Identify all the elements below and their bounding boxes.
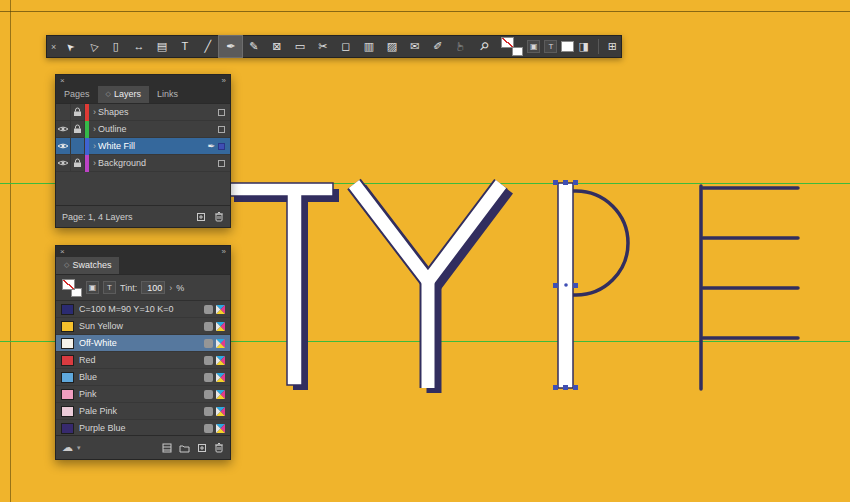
swatch-color-chip xyxy=(61,304,74,315)
collapse-panel-icon[interactable]: » xyxy=(222,76,226,85)
apply-color-button[interactable] xyxy=(561,41,574,52)
visibility-toggle[interactable] xyxy=(56,121,71,138)
tab-layers[interactable]: ◇ Layers xyxy=(98,86,149,103)
target-square-selected[interactable] xyxy=(218,143,225,150)
tab-swatches[interactable]: ◇ Swatches xyxy=(56,257,119,274)
stroke-swatch[interactable] xyxy=(512,47,523,56)
layer-row-background[interactable]: › Background xyxy=(56,155,230,172)
fill-stroke-proxy[interactable] xyxy=(62,279,82,297)
layer-row-shapes[interactable]: › Shapes xyxy=(56,104,230,121)
tool-glyph: ✉ xyxy=(410,41,419,52)
letter-T[interactable] xyxy=(228,183,339,390)
swatch-row[interactable]: Red xyxy=(56,352,230,369)
screen-mode-button[interactable]: ◨ xyxy=(578,40,588,53)
eyedropper-tool[interactable]: ✐ xyxy=(426,36,449,57)
swatch-name: Purple Blue xyxy=(79,423,201,433)
swatch-shared-icon xyxy=(204,424,213,433)
expander-icon[interactable]: › xyxy=(93,107,96,117)
swatch-views-icon[interactable] xyxy=(162,443,172,453)
tool-glyph: ╱ xyxy=(205,41,212,52)
visibility-toggle[interactable] xyxy=(56,155,71,172)
target-square[interactable] xyxy=(218,160,225,167)
target-square[interactable] xyxy=(218,109,225,116)
swatch-name: Pale Pink xyxy=(79,406,201,416)
swatch-name: Off-White xyxy=(79,338,201,348)
expander-icon[interactable]: › xyxy=(93,124,96,134)
letter-E[interactable] xyxy=(701,186,798,389)
swatch-row[interactable]: Pink xyxy=(56,386,230,403)
tint-input[interactable]: 100 xyxy=(141,281,165,294)
trash-icon[interactable] xyxy=(214,211,224,222)
panel-end-button[interactable]: ⊞ xyxy=(608,40,617,53)
tool-glyph: ☞ xyxy=(455,42,466,52)
swatch-color-chip xyxy=(61,406,74,417)
tool-glyph: ⊠ xyxy=(272,41,281,52)
direct-selection-tool[interactable]: ▷ xyxy=(81,36,104,57)
layer-color-bar xyxy=(85,138,89,155)
new-color-group-icon[interactable] xyxy=(179,443,190,453)
lock-icon[interactable] xyxy=(71,104,85,121)
collapse-panel-icon[interactable]: » xyxy=(222,247,226,256)
tab-pages[interactable]: Pages xyxy=(56,86,98,103)
swatch-row[interactable]: Purple Blue xyxy=(56,420,230,435)
pen-tool[interactable]: ✒ xyxy=(219,36,242,57)
gap-tool[interactable]: ↔ xyxy=(127,36,150,57)
close-icon[interactable]: × xyxy=(60,76,65,85)
close-icon[interactable]: × xyxy=(60,247,65,256)
swatch-row[interactable]: Off-White xyxy=(56,335,230,352)
visibility-toggle[interactable] xyxy=(56,104,71,121)
cc-libraries-icon[interactable]: ☁ xyxy=(62,441,73,454)
panel-title-strip: × » xyxy=(56,246,230,257)
expander-icon[interactable]: › xyxy=(93,141,96,151)
letter-P[interactable] xyxy=(553,180,628,390)
lock-icon[interactable] xyxy=(71,121,85,138)
formatting-affects-container-button[interactable]: ▣ xyxy=(527,40,540,53)
trash-icon[interactable] xyxy=(214,442,224,453)
content-collector-tool[interactable]: ▤ xyxy=(150,36,173,57)
swatch-shared-icon xyxy=(204,390,213,399)
rectangle-frame-tool[interactable]: ⊠ xyxy=(265,36,288,57)
swatch-color-chip xyxy=(61,423,74,434)
lock-toggle-empty[interactable] xyxy=(71,138,85,155)
pencil-tool[interactable]: ✎ xyxy=(242,36,265,57)
swatches-footer: ☁ ▾ xyxy=(56,435,230,459)
selection-tool[interactable]: ➤ xyxy=(58,36,81,57)
new-swatch-icon[interactable] xyxy=(197,443,207,453)
page-tool[interactable]: ▯ xyxy=(104,36,127,57)
swatch-row[interactable]: Sun Yellow xyxy=(56,318,230,335)
swatch-color-chip xyxy=(61,372,74,383)
gradient-feather-tool[interactable]: ▨ xyxy=(380,36,403,57)
cmyk-icon xyxy=(216,305,225,314)
expander-icon[interactable]: › xyxy=(93,158,96,168)
swatch-name: Red xyxy=(79,355,201,365)
layer-row-outline[interactable]: › Outline xyxy=(56,121,230,138)
swatch-row[interactable]: Blue xyxy=(56,369,230,386)
hand-tool[interactable]: ☞ xyxy=(449,36,472,57)
visibility-toggle[interactable] xyxy=(56,138,71,155)
formatting-affects-text-button[interactable]: T xyxy=(103,281,116,294)
fill-swatch-none[interactable] xyxy=(501,37,514,48)
formatting-affects-container-button[interactable]: ▣ xyxy=(86,281,99,294)
note-tool[interactable]: ✉ xyxy=(403,36,426,57)
zoom-tool[interactable]: ⚲ xyxy=(472,36,495,57)
letter-Y[interactable] xyxy=(354,184,507,393)
lock-icon[interactable] xyxy=(71,155,85,172)
rectangle-tool[interactable]: ▭ xyxy=(288,36,311,57)
type-tool[interactable]: T xyxy=(173,36,196,57)
tint-dropdown-icon[interactable]: › xyxy=(169,283,172,293)
scissors-tool[interactable]: ✂ xyxy=(311,36,334,57)
new-layer-icon[interactable] xyxy=(196,212,206,222)
fill-swatch-none[interactable] xyxy=(62,279,75,290)
tab-links[interactable]: Links xyxy=(149,86,186,103)
line-tool[interactable]: ╱ xyxy=(196,36,219,57)
swatch-row[interactable]: C=100 M=90 Y=10 K=0 xyxy=(56,301,230,318)
close-icon[interactable]: × xyxy=(51,42,56,52)
gradient-swatch-tool[interactable]: ▥ xyxy=(357,36,380,57)
swatch-color-chip xyxy=(61,338,74,349)
fill-stroke-proxy[interactable] xyxy=(501,37,523,56)
free-transform-tool[interactable]: ◻ xyxy=(334,36,357,57)
swatch-row[interactable]: Pale Pink xyxy=(56,403,230,420)
target-square[interactable] xyxy=(218,126,225,133)
formatting-affects-text-button[interactable]: T xyxy=(544,40,557,53)
layer-row-white-fill[interactable]: › White Fill ✒ xyxy=(56,138,230,155)
